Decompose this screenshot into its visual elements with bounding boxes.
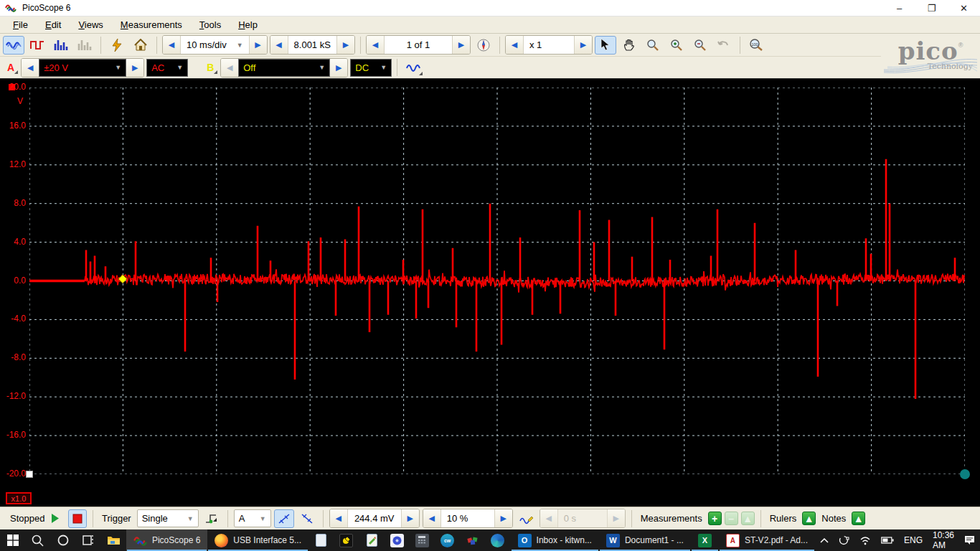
zoom-in-tool[interactable] [666,36,687,55]
waveform-area[interactable] [29,88,965,474]
scope-display[interactable]: 20.016.012.08.04.00.0-4.0-8.0-12.0-16.0-… [0,79,980,507]
axis-drag-handle[interactable] [26,471,33,478]
scope-view-button[interactable] [3,36,24,55]
page-value-box: 1 of 1 [384,36,453,54]
pinned-notepad-button[interactable] [308,529,334,551]
pinned-game-controller-button[interactable] [460,529,485,551]
samples-control: ◀ 8.001 kS ▶ [270,35,355,55]
trigger-level-down-button[interactable]: ◀ [330,509,347,527]
menu-edit[interactable]: Edit [37,17,70,32]
spectrum-view-button[interactable] [50,36,72,55]
notes-indicator-dot[interactable] [960,469,970,479]
pretrigger-up-button[interactable]: ▶ [495,509,512,527]
stop-button[interactable] [68,509,87,528]
add-measurement-button[interactable]: + [708,512,722,525]
math-channels-button[interactable] [402,58,424,77]
minimize-button[interactable]: – [883,0,915,17]
tray-meet-now-button[interactable] [834,529,854,551]
pinned-edge-button[interactable] [485,529,510,551]
channel-b-options-button[interactable]: B [202,60,218,75]
timebase-next-button[interactable]: ▶ [250,36,267,54]
persistence-view-button[interactable] [27,36,48,55]
marquee-zoom-tool[interactable] [642,36,664,55]
camera-circle-icon [839,535,849,545]
channel-a-range-prev-button[interactable]: ◀ [22,59,39,77]
hand-tool[interactable] [618,36,640,55]
zoom-next-button[interactable]: ▶ [575,36,592,54]
menu-tools[interactable]: Tools [191,17,230,32]
cortana-button[interactable] [50,529,75,551]
samples-prev-button[interactable]: ◀ [270,36,288,54]
channel-b-range-prev-button[interactable]: ◀ [221,59,238,77]
channel-b-coupling-select[interactable]: DC▼ [350,59,392,77]
action-center-button[interactable] [959,529,980,551]
tray-clock-button[interactable]: 10:36 AM [928,529,959,551]
y-tick-label: 0.0 [0,276,26,286]
y-tick-label: -8.0 [0,352,26,362]
rising-edge-button[interactable] [274,509,294,528]
auto-setup-button[interactable] [106,36,128,55]
pinned-editor-button[interactable] [359,529,384,551]
falling-edge-button[interactable] [297,509,317,528]
taskbar-app-firefox[interactable]: USB Interface 5... [207,529,308,551]
trigger-level-box[interactable]: 244.4 mV [347,509,402,527]
chevron-down-icon: ▼ [115,64,121,71]
page-next-button[interactable]: ▶ [453,36,470,54]
samples-next-button[interactable]: ▶ [337,36,354,54]
zoom-100-tool[interactable]: 100 [745,36,767,55]
menu-file[interactable]: File [4,17,37,32]
zoom-prev-button[interactable]: ◀ [506,36,523,54]
pretrigger-box[interactable]: 10 % [440,509,495,527]
tray-chevron-button[interactable] [815,529,834,551]
tray-battery-button[interactable] [876,529,899,551]
normal-selection-tool[interactable] [595,36,616,55]
toolbar-area: ◀ 10 ms/div▼ ▶ ◀ 8.001 kS ▶ ◀ 1 of 1 ▶ ◀… [0,34,980,79]
channel-a-range-next-button[interactable]: ▶ [126,59,143,77]
taskbar-app-acrobat[interactable]: A ST-V2.pdf - Ad... [719,529,815,551]
tray-language-button[interactable]: ENG [899,529,928,551]
menu-help[interactable]: Help [230,17,266,32]
buffer-navigator-button[interactable] [473,36,494,55]
tray-wifi-button[interactable] [854,529,876,551]
channel-b-range-select[interactable]: Off▼ [238,59,330,77]
wifi-icon [859,536,871,545]
menu-views[interactable]: Views [70,17,111,32]
channel-a-coupling-select[interactable]: AC▼ [146,59,188,77]
home-icon [134,39,147,51]
zoom-out-tool[interactable] [689,36,711,55]
trigger-timing-button[interactable] [516,509,537,528]
file-explorer-button[interactable] [101,529,126,551]
taskbar-app-excel[interactable]: X [691,529,719,551]
start-button[interactable] [0,529,25,551]
trigger-source-select[interactable]: A▼ [234,509,271,527]
pretrigger-down-button[interactable]: ◀ [423,509,440,527]
channel-a-range-select[interactable]: ±20 V▼ [39,59,126,77]
trigger-level-up-button[interactable]: ▶ [402,509,419,527]
taskbar-app-picoscope[interactable]: PicoScope 6 [126,529,207,551]
pinned-calculator-button[interactable] [410,529,435,551]
channel-a-options-button[interactable]: A [3,60,19,75]
pinned-picolog-button[interactable] [334,529,359,551]
play-icon [51,514,59,523]
task-view-button[interactable] [76,529,101,551]
menu-measurements[interactable]: Measurements [112,17,191,32]
rulers-button[interactable]: ▲ [802,512,816,525]
home-button[interactable] [130,36,151,55]
run-state-button[interactable]: Stopped [4,509,65,528]
pinned-dvd-app-button[interactable] [385,529,410,551]
channel-b-range-next-button[interactable]: ▶ [330,59,347,77]
trigger-mode-select[interactable]: Single▼ [137,509,199,527]
restore-button[interactable]: ❐ [915,0,948,17]
search-button[interactable] [25,529,50,551]
taskbar-app-word[interactable]: W Document1 - ... [599,529,691,551]
samples-value-box[interactable]: 8.001 kS [288,36,337,54]
notes-button[interactable]: ▲ [852,512,865,525]
close-button[interactable]: ✕ [948,0,980,17]
timebase-prev-button[interactable]: ◀ [163,36,180,54]
pinned-cw-app-button[interactable]: cw [435,529,460,551]
zoom-overview-tab[interactable]: x1.0 [6,492,32,504]
timebase-select[interactable]: 10 ms/div▼ [180,36,250,54]
advanced-trigger-button[interactable] [202,509,222,528]
taskbar-app-outlook[interactable]: O Inbox - kitwn... [511,529,599,551]
page-prev-button[interactable]: ◀ [367,36,384,54]
